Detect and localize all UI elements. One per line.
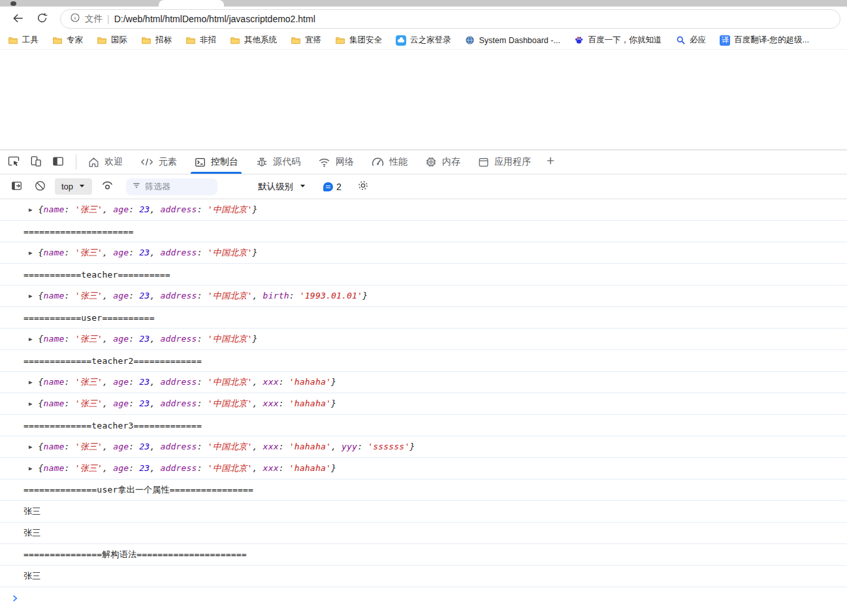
tab-application[interactable]: 应用程序 (469, 150, 539, 174)
bookmark-label: 招标 (155, 35, 172, 46)
cloudapp-icon (396, 35, 406, 46)
tab-welcome[interactable]: 欢迎 (79, 150, 131, 174)
console-prompt[interactable] (0, 587, 847, 606)
console-message: ===================== (0, 221, 847, 242)
info-icon[interactable] (70, 12, 80, 25)
object-preview: {name: '张三', age: 23, address: '中国北京', x… (38, 462, 336, 474)
tab-sources[interactable]: 源代码 (247, 150, 309, 174)
console-message: =============teacher3============= (0, 415, 847, 436)
translate-icon: 译 (720, 35, 730, 46)
chevron-down-icon (78, 182, 86, 191)
clear-console-button[interactable] (31, 178, 48, 195)
devtools-left-icons (4, 150, 73, 174)
message-count-value: 2 (336, 182, 342, 192)
home-icon (88, 156, 100, 169)
log-level-select[interactable]: 默认级别 (258, 181, 306, 193)
object-preview: {name: '张三', age: 23, address: '中国北京', x… (38, 398, 336, 410)
console-message[interactable]: ▶{name: '张三', age: 23, address: '中国北京', … (0, 285, 847, 307)
bookmark-label: 百度一下，你就知道 (588, 35, 662, 46)
tab-label: 源代码 (273, 156, 300, 168)
devtools-tabbar: 欢迎元素控制台源代码网络性能内存应用程序 (0, 150, 847, 174)
bookmark-bidding[interactable]: 招标 (141, 35, 172, 46)
expand-caret-icon[interactable]: ▶ (29, 206, 32, 213)
bookmark-baidu[interactable]: 百度一下，你就知道 (574, 35, 662, 46)
console-settings-button[interactable] (355, 178, 372, 195)
folder-icon (52, 35, 63, 46)
device-toolbar-button[interactable] (26, 153, 46, 171)
toolbar-divider (76, 154, 76, 170)
expand-caret-icon[interactable]: ▶ (29, 336, 32, 342)
object-preview: {name: '张三', age: 23, address: '中国北京'} (38, 247, 257, 259)
browser-active-tab[interactable] (159, 0, 224, 7)
folder-icon (185, 35, 196, 46)
console-messages: ▶{name: '张三', age: 23, address: '中国北京'}=… (0, 199, 847, 587)
console-message[interactable]: ▶{name: '张三', age: 23, address: '中国北京', … (0, 458, 847, 479)
browser-navbar: 文件 | D:/web/html/htmlDemo/html/javascrip… (0, 7, 847, 31)
expand-caret-icon[interactable]: ▶ (29, 400, 32, 407)
address-bar[interactable]: 文件 | D:/web/html/htmlDemo/html/javascrip… (60, 9, 840, 29)
expand-caret-icon[interactable]: ▶ (29, 379, 32, 385)
bookmark-label: 云之家登录 (410, 35, 451, 46)
tab-network[interactable]: 网络 (309, 150, 362, 174)
bug-icon (255, 155, 268, 169)
console-icon (194, 156, 206, 169)
filter-input[interactable] (145, 182, 210, 191)
object-preview: {name: '张三', age: 23, address: '中国北京', b… (38, 290, 368, 302)
console-sidebar-toggle[interactable] (8, 178, 25, 195)
bookmark-cloudhub-login[interactable]: 云之家登录 (396, 35, 451, 46)
bookmark-yida[interactable]: 宜搭 (291, 35, 321, 46)
bookmark-experts[interactable]: 专家 (52, 35, 83, 46)
expand-caret-icon[interactable]: ▶ (29, 250, 32, 256)
expand-caret-icon[interactable]: ▶ (29, 465, 32, 472)
dock-side-button[interactable] (48, 153, 68, 171)
window-icon (477, 156, 490, 169)
console-toolbar: top 默认级别 2 (0, 174, 847, 199)
live-expression-button[interactable] (99, 178, 116, 195)
tab-label: 应用程序 (494, 156, 531, 168)
execution-context-select[interactable]: top (55, 178, 92, 195)
bookmark-label: 工具 (22, 35, 39, 46)
console-message[interactable]: ▶{name: '张三', age: 23, address: '中国北京', … (0, 393, 847, 415)
bookmark-tools[interactable]: 工具 (8, 35, 39, 46)
bookmark-baidu-translate[interactable]: 译百度翻译-您的超级... (720, 35, 809, 46)
bookmark-label: 宜搭 (305, 35, 321, 46)
refresh-icon (36, 12, 48, 26)
expand-caret-icon[interactable]: ▶ (29, 293, 32, 299)
context-label: top (61, 182, 73, 191)
tab-console[interactable]: 控制台 (185, 150, 247, 174)
inspect-icon (7, 155, 20, 170)
dock-icon (52, 155, 65, 170)
tab-label: 控制台 (211, 156, 238, 168)
filter-icon (132, 181, 141, 193)
bookmark-bing[interactable]: 必应 (675, 35, 706, 46)
back-button[interactable] (9, 10, 27, 28)
refresh-button[interactable] (33, 10, 51, 28)
console-message: ==============user拿出一个属性================ (0, 479, 847, 501)
tab-elements[interactable]: 元素 (131, 150, 185, 174)
console-message[interactable]: ▶{name: '张三', age: 23, address: '中国北京', … (0, 372, 847, 393)
console-message[interactable]: ▶{name: '张三', age: 23, address: '中国北京'} (0, 199, 847, 221)
bookmark-other-systems[interactable]: 其他系统 (230, 35, 277, 46)
bookmark-system-dashboard[interactable]: System Dashboard -... (465, 35, 560, 46)
prompt-chevron-icon (10, 594, 20, 606)
tab-memory[interactable]: 内存 (416, 150, 469, 174)
bookmark-group-security[interactable]: 集团安全 (335, 35, 382, 46)
tab-label: 网络 (336, 156, 354, 168)
bookmark-intl[interactable]: 国际 (97, 35, 127, 46)
bookmark-nonbid[interactable]: 非招 (185, 35, 216, 46)
chevron-down-icon (299, 182, 306, 191)
console-message[interactable]: ▶{name: '张三', age: 23, address: '中国北京', … (0, 436, 847, 458)
console-message[interactable]: ▶{name: '张三', age: 23, address: '中国北京'} (0, 329, 847, 350)
bookmark-label: System Dashboard -... (479, 36, 560, 45)
wifi-icon (317, 155, 331, 169)
console-filter[interactable] (126, 178, 217, 195)
plus-icon (545, 155, 556, 170)
more-panels-button[interactable] (539, 150, 562, 174)
tab-favicon (10, 1, 16, 6)
address-divider: | (107, 14, 110, 24)
tab-performance[interactable]: 性能 (362, 150, 416, 174)
message-count[interactable]: 2 (323, 182, 342, 192)
inspect-element-button[interactable] (4, 153, 24, 171)
console-message[interactable]: ▶{name: '张三', age: 23, address: '中国北京'} (0, 242, 847, 264)
expand-caret-icon[interactable]: ▶ (29, 444, 32, 450)
